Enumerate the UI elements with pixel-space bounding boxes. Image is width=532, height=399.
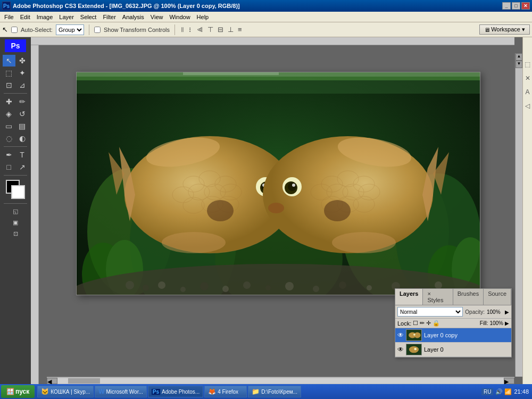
right-panel-icon-1[interactable]: ⬚	[523, 59, 531, 70]
right-panel: ⬚ ✕ A ◁	[522, 37, 532, 384]
quick-mask-button[interactable]: ◱	[2, 206, 29, 217]
align-middle-icon[interactable]: ⊟	[217, 26, 225, 34]
align-right-icon[interactable]: ⫷	[195, 26, 204, 34]
align-center-icon[interactable]: ⫶	[187, 26, 193, 34]
panel-tabs: Layers × Styles Brushes Source	[395, 289, 511, 305]
show-transform-checkbox[interactable]	[94, 27, 101, 33]
menu-help[interactable]: Help	[194, 13, 212, 21]
svg-rect-72	[183, 72, 279, 75]
menu-view[interactable]: View	[147, 13, 167, 21]
image-canvas[interactable]	[76, 72, 480, 295]
canvas-svg	[77, 72, 480, 295]
right-panel-icon-3[interactable]: A	[524, 86, 530, 98]
lock-all-icon[interactable]: 🔒	[433, 320, 440, 327]
taskbar-photoshop[interactable]: Ps Adobe Photos...	[148, 386, 203, 397]
vscroll-down-arrow[interactable]: ▼	[516, 61, 522, 68]
background-color[interactable]	[11, 185, 25, 199]
selection-tool[interactable]: ✤	[16, 55, 29, 66]
lasso-tool[interactable]: ⬚	[3, 67, 15, 79]
align-top-icon[interactable]: ⊤	[206, 26, 214, 34]
layer-thumbnail-0	[406, 344, 422, 355]
blend-mode-dropdown[interactable]: Normal Dissolve Multiply Screen	[397, 307, 463, 317]
path-select[interactable]: ↗	[16, 161, 29, 173]
taskbar-firefox[interactable]: 🦊 4 Firefox	[204, 386, 247, 397]
right-panel-icon-2[interactable]: ✕	[524, 72, 531, 84]
menu-edit[interactable]: Edit	[17, 13, 34, 21]
vscroll-up-arrow[interactable]: ▲	[516, 53, 522, 61]
align-bottom-icon[interactable]: ⊥	[227, 26, 235, 34]
hscroll-track[interactable]	[57, 378, 504, 384]
layer-visibility-icon-0[interactable]: 👁	[397, 346, 404, 353]
taskbar-sep-1	[36, 386, 36, 397]
tab-layers[interactable]: Layers	[395, 289, 423, 305]
tab-styles[interactable]: × Styles	[423, 289, 453, 305]
window-controls[interactable]: _ □ ✕	[502, 2, 530, 10]
blur-tool[interactable]: ◌	[3, 132, 15, 144]
lock-position-icon[interactable]: ✛	[426, 320, 431, 327]
menu-file[interactable]: File	[1, 13, 17, 21]
svg-point-67	[367, 285, 372, 290]
color-swatches[interactable]	[6, 180, 25, 199]
heal-tools: ✚ ✏	[3, 96, 29, 107]
distribute-icon[interactable]: ≡	[237, 26, 243, 34]
layer-item-copy[interactable]: 👁 Layer 0 copy	[395, 328, 511, 343]
menu-window[interactable]: Window	[166, 13, 193, 21]
lock-brush-icon[interactable]: ✏	[420, 320, 425, 327]
menu-image[interactable]: Image	[34, 13, 56, 21]
slice-tool[interactable]: ⊿	[16, 79, 29, 91]
layer-item-0[interactable]: 👁 Layer 0	[395, 343, 511, 357]
menu-filter[interactable]: Filter	[99, 13, 119, 21]
menu-layer[interactable]: Layer	[56, 13, 77, 21]
title-bar: Ps Adobe Photoshop CS3 Extended - [IMG_0…	[0, 0, 532, 12]
workspace-button[interactable]: 🖥 Workspace ▾	[479, 24, 530, 35]
taskbar-word[interactable]: W Microsoft Wor...	[95, 386, 147, 397]
fill-arrow-icon[interactable]: ▶	[505, 320, 509, 326]
right-panel-icon-4[interactable]: ◁	[524, 100, 531, 112]
layer-visibility-icon-copy[interactable]: 👁	[397, 331, 404, 339]
brush-tool[interactable]: ✏	[16, 96, 29, 107]
gradient-tool[interactable]: ▤	[16, 120, 29, 132]
toolbar-divider-2	[4, 146, 27, 147]
auto-select-dropdown[interactable]: Group Layer	[56, 24, 84, 35]
minimize-button[interactable]: _	[502, 2, 511, 10]
taskbar-folder[interactable]: 📁 D:\Foto\Крем...	[248, 386, 301, 397]
svg-point-79	[414, 348, 417, 351]
taskbar-skype[interactable]: 🐱 КОШКА | Skyp...	[37, 386, 94, 397]
move-tool[interactable]: ↖	[3, 55, 15, 66]
maximize-button-tool[interactable]: ⊡	[2, 228, 29, 239]
dodge-tool[interactable]: ◐	[16, 132, 29, 144]
hscroll-right-arrow[interactable]: ▶	[504, 378, 514, 384]
tab-source[interactable]: Source	[484, 289, 511, 305]
horizontal-scrollbar[interactable]: ◀ ▶	[47, 377, 514, 384]
maximize-button[interactable]: □	[512, 2, 520, 10]
history-brush[interactable]: ↺	[16, 108, 29, 120]
menu-analysis[interactable]: Analysis	[119, 13, 147, 21]
vertical-scrollbar[interactable]: ▲ ▼	[515, 53, 522, 377]
screen-mode-button[interactable]: ▣	[2, 217, 29, 228]
language-indicator[interactable]: RU	[481, 388, 493, 395]
stamp-tool[interactable]: ◈	[3, 108, 15, 120]
crop-tool[interactable]: ⊡	[3, 79, 15, 91]
heal-tool[interactable]: ✚	[3, 96, 15, 107]
text-tool[interactable]: T	[16, 149, 29, 161]
opacity-arrow-icon[interactable]: ▶	[505, 309, 509, 315]
layers-controls: Normal Dissolve Multiply Screen Opacity:…	[395, 305, 511, 319]
hscroll-left-arrow[interactable]: ◀	[47, 378, 57, 384]
close-button[interactable]: ✕	[521, 2, 530, 10]
menu-select[interactable]: Select	[77, 13, 100, 21]
start-button[interactable]: 🪟 пуск	[1, 385, 35, 398]
taskbar: 🪟 пуск 🐱 КОШКА | Skyp... W Microsoft Wor…	[0, 384, 532, 399]
svg-point-65	[313, 286, 319, 292]
svg-point-66	[339, 281, 346, 289]
eraser-tool[interactable]: ▭	[3, 120, 15, 132]
layer-name-0: Layer 0	[424, 346, 509, 353]
shape-tool[interactable]: □	[3, 161, 15, 173]
magic-wand-tool[interactable]: ✦	[16, 67, 29, 79]
pen-tool[interactable]: ✒	[3, 149, 15, 161]
hscroll-thumb[interactable]	[68, 378, 100, 384]
align-left-icon[interactable]: ⫴	[180, 26, 185, 34]
tab-brushes[interactable]: Brushes	[453, 289, 484, 305]
canvas-area[interactable]: Layers × Styles Brushes Source Normal Di…	[31, 37, 522, 384]
lock-transparency-icon[interactable]: ☐	[413, 320, 418, 327]
auto-select-checkbox[interactable]	[11, 27, 18, 33]
